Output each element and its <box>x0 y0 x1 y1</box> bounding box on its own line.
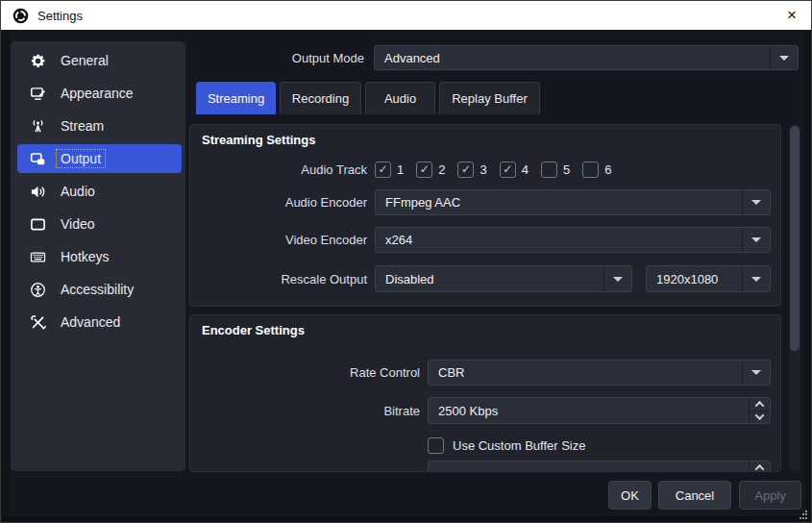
streaming-settings-group: Streaming Settings Audio Track ✓1 ✓2 ✓3 … <box>189 124 781 307</box>
keyboard-icon <box>30 249 46 265</box>
rescale-output-label: Rescale Output <box>190 272 367 286</box>
title-bar[interactable]: Settings × <box>1 1 812 30</box>
group-title: Encoder Settings <box>202 323 305 337</box>
encoder-settings-group: Encoder Settings Rate Control CBR Bitrat… <box>189 314 781 472</box>
sidebar-item-audio[interactable]: Audio <box>17 177 182 206</box>
tab-label: Replay Buffer <box>452 91 528 106</box>
rate-control-value: CBR <box>429 365 742 380</box>
audio-encoder-label: Audio Encoder <box>190 195 367 210</box>
sidebar-item-label: Audio <box>56 182 100 201</box>
sidebar-item-appearance[interactable]: Appearance <box>17 79 182 108</box>
sidebar-item-label: Appearance <box>56 84 138 103</box>
custom-buffer-label: Use Custom Buffer Size <box>453 438 585 453</box>
vertical-scrollbar[interactable] <box>789 124 800 472</box>
custom-buffer-row: ✓ Use Custom Buffer Size <box>428 436 585 454</box>
checkbox: ✓ <box>375 162 391 178</box>
audio-encoder-select[interactable]: FFmpeg AAC <box>375 189 771 215</box>
checkbox-label: 6 <box>604 162 611 177</box>
rescale-resolution-select[interactable]: 1920x1080 <box>646 265 771 292</box>
tab-label: Recording <box>292 91 349 106</box>
sidebar-item-stream[interactable]: Stream <box>17 112 182 140</box>
spinner-down-button[interactable] <box>750 411 770 424</box>
bitrate-label: Bitrate <box>190 404 420 418</box>
tab-recording[interactable]: Recording <box>280 82 361 114</box>
audio-track-3-checkbox[interactable]: ✓3 <box>457 162 486 178</box>
chevron-up-icon <box>755 401 765 411</box>
chevron-down-icon[interactable] <box>742 190 770 214</box>
cancel-button[interactable]: Cancel <box>658 481 731 510</box>
audio-track-6-checkbox[interactable]: ✓6 <box>582 162 611 178</box>
tab-label: Streaming <box>208 91 264 106</box>
audio-track-4-checkbox[interactable]: ✓4 <box>500 162 529 178</box>
window-edge-right <box>804 30 812 523</box>
sidebar-item-hotkeys[interactable]: Hotkeys <box>17 242 182 271</box>
bitrate-value: 2500 Kbps <box>429 398 749 423</box>
gear-icon <box>30 53 46 69</box>
sidebar-item-label: Video <box>56 214 100 234</box>
video-encoder-label: Video Encoder <box>190 233 367 247</box>
checkbox-label: 1 <box>397 162 404 177</box>
sidebar-item-output[interactable]: Output <box>17 144 182 173</box>
rate-control-select[interactable]: CBR <box>428 360 771 386</box>
settings-window: Settings × General Appearance Stream <box>0 0 812 523</box>
audio-track-1-checkbox[interactable]: ✓1 <box>375 162 404 178</box>
audio-track-label: Audio Track <box>190 162 367 177</box>
chevron-down-icon[interactable] <box>770 46 798 69</box>
keyframe-interval-label: Keyframe Interval (0=auto) <box>190 468 420 473</box>
rescale-resolution-value: 1920x1080 <box>647 272 742 286</box>
bitrate-input[interactable]: 2500 Kbps <box>428 397 771 424</box>
sidebar-item-video[interactable]: Video <box>17 210 182 238</box>
sidebar-item-general[interactable]: General <box>17 46 182 75</box>
rescale-output-select[interactable]: Disabled <box>375 265 632 292</box>
checkbox-label: 4 <box>522 162 529 177</box>
audio-track-5-checkbox[interactable]: ✓5 <box>541 162 570 178</box>
keyframe-interval-input[interactable] <box>428 461 771 472</box>
output-icon <box>30 151 46 167</box>
settings-sidebar: General Appearance Stream Output Audio <box>11 41 185 471</box>
close-icon[interactable]: × <box>771 1 812 30</box>
window-title: Settings <box>37 9 83 23</box>
checkbox: ✓ <box>582 162 599 178</box>
speaker-icon <box>30 184 46 200</box>
checkbox: ✓ <box>416 162 432 178</box>
audio-track-row: Audio Track ✓1 ✓2 ✓3 ✓4 ✓5 ✓6 <box>190 161 611 178</box>
tab-audio[interactable]: Audio <box>365 82 435 114</box>
checkbox: ✓ <box>457 162 474 178</box>
tools-icon <box>30 314 46 331</box>
output-mode-value: Advanced <box>375 51 770 65</box>
ok-button[interactable]: OK <box>608 481 652 510</box>
bitrate-row: Bitrate <box>190 397 420 424</box>
apply-button[interactable]: Apply <box>739 481 801 510</box>
spinner-up-button[interactable] <box>750 461 770 472</box>
chevron-up-icon <box>755 464 765 472</box>
chevron-down-icon[interactable] <box>742 361 770 385</box>
chevron-down-icon[interactable] <box>742 266 770 291</box>
sidebar-item-label: Hotkeys <box>56 247 114 266</box>
sidebar-item-label: Stream <box>56 116 109 136</box>
tab-streaming[interactable]: Streaming <box>196 82 276 114</box>
audio-track-2-checkbox[interactable]: ✓2 <box>416 162 445 178</box>
rate-control-label: Rate Control <box>190 365 420 380</box>
audio-encoder-row: Audio Encoder <box>190 189 367 215</box>
chevron-down-icon[interactable] <box>603 266 631 291</box>
sidebar-item-label: Accessibility <box>56 280 138 299</box>
sidebar-item-advanced[interactable]: Advanced <box>17 308 182 336</box>
output-mode-label: Output Mode <box>292 51 364 65</box>
checkmark-icon: ✓ <box>461 163 471 175</box>
tab-replay-buffer[interactable]: Replay Buffer <box>439 82 540 114</box>
rescale-output-value: Disabled <box>376 272 603 286</box>
group-title: Streaming Settings <box>202 133 315 147</box>
rescale-output-row: Rescale Output <box>190 265 367 292</box>
output-mode-select[interactable]: Advanced <box>374 45 799 70</box>
checkbox-label: 3 <box>480 162 486 177</box>
sidebar-item-label: General <box>56 51 113 70</box>
chevron-down-icon[interactable] <box>742 228 770 252</box>
spinner-up-button[interactable] <box>750 398 770 411</box>
scrollbar-thumb[interactable] <box>790 126 800 351</box>
custom-buffer-checkbox[interactable]: ✓ Use Custom Buffer Size <box>428 437 585 454</box>
resize-grip-icon[interactable] <box>799 511 808 520</box>
video-encoder-select[interactable]: x264 <box>375 227 771 253</box>
sidebar-item-accessibility[interactable]: Accessibility <box>17 275 182 304</box>
video-encoder-row: Video Encoder <box>190 227 367 253</box>
checkmark-icon: ✓ <box>378 163 387 175</box>
